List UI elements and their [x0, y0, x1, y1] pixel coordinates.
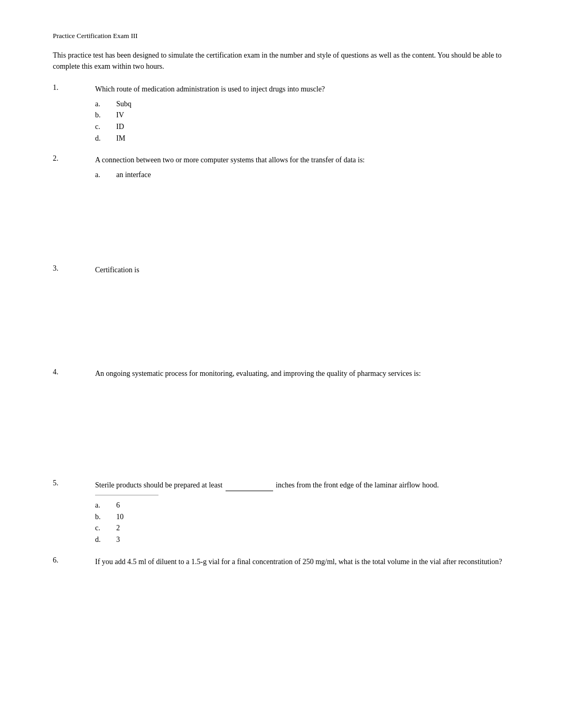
list-item: c. 2 [95, 522, 508, 534]
question-2-number: 2. [53, 154, 95, 180]
answer-letter: a. [95, 98, 116, 110]
question-2-block: 2. A connection between two or more comp… [53, 154, 508, 260]
list-item: a. 6 [95, 500, 508, 511]
answer-text: ID [116, 121, 508, 133]
question-5-content: Sterile products should be prepared at l… [95, 479, 508, 545]
list-item: d. IM [95, 133, 508, 144]
answer-letter: d. [95, 133, 116, 144]
list-item: b. IV [95, 109, 508, 121]
question-4-text: An ongoing systematic process for monito… [95, 368, 508, 380]
answer-text: Subq [116, 98, 508, 110]
page-title: Practice Certification Exam III [53, 32, 508, 40]
question-3-text: Certification is [95, 264, 508, 276]
list-item: a. an interface [95, 169, 508, 181]
answer-letter: d. [95, 534, 116, 546]
answer-letter: a. [95, 500, 116, 511]
question-2-text: A connection between two or more compute… [95, 154, 508, 166]
question-5-block: 5. Sterile products should be prepared a… [53, 479, 508, 545]
answer-text: 3 [116, 534, 508, 546]
answer-text: an interface [116, 169, 508, 181]
question-4-content: An ongoing systematic process for monito… [95, 368, 508, 383]
question-3-content: Certification is [95, 264, 508, 279]
question-6-text: If you add 4.5 ml of diluent to a 1.5-g … [95, 556, 508, 568]
question-5-answers: a. 6 b. 10 c. 2 d. 3 [95, 500, 508, 546]
question-4-number: 4. [53, 368, 95, 383]
question-5-blank [226, 479, 273, 491]
page: Practice Certification Exam III This pra… [0, 0, 561, 728]
question-6-block: 6. If you add 4.5 ml of diluent to a 1.5… [53, 556, 508, 571]
table-row: 4. An ongoing systematic process for mon… [53, 368, 508, 383]
question-2-answers: a. an interface [95, 169, 508, 181]
answer-text: IM [116, 133, 508, 144]
list-item: c. ID [95, 121, 508, 133]
list-item: d. 3 [95, 534, 508, 546]
question-5-number: 5. [53, 479, 95, 545]
question-6-content: If you add 4.5 ml of diluent to a 1.5-g … [95, 556, 508, 571]
intro-text: This practice test has been designed to … [53, 50, 508, 72]
question-1-answers: a. Subq b. IV c. ID d. I [95, 98, 508, 144]
question-1-block: 1. Which route of medication administrat… [53, 84, 508, 144]
question-1-number: 1. [53, 84, 95, 144]
question-3-block: 3. Certification is [53, 264, 508, 364]
question-4-block: 4. An ongoing systematic process for mon… [53, 368, 508, 475]
answer-text: IV [116, 109, 508, 121]
q5-underline [95, 494, 158, 495]
spacer-4 [53, 382, 508, 475]
question-1-text: Which route of medication administration… [95, 84, 508, 95]
questions-list: 1. Which route of medication administrat… [53, 84, 508, 570]
question-5-text: Sterile products should be prepared at l… [95, 479, 508, 491]
list-item: a. Subq [95, 98, 508, 110]
question-2-content: A connection between two or more compute… [95, 154, 508, 180]
question-6-number: 6. [53, 556, 95, 571]
question-5-text-after: inches from the front edge of the lamina… [276, 481, 439, 489]
spacer-2 [53, 181, 508, 260]
spacer-3 [53, 279, 508, 364]
table-row: 1. Which route of medication administrat… [53, 84, 508, 144]
list-item: b. 10 [95, 511, 508, 523]
question-3-number: 3. [53, 264, 95, 279]
answer-letter: c. [95, 522, 116, 534]
question-1-content: Which route of medication administration… [95, 84, 508, 144]
answer-letter: b. [95, 109, 116, 121]
answer-letter: b. [95, 511, 116, 523]
answer-text: 2 [116, 522, 508, 534]
table-row: 3. Certification is [53, 264, 508, 279]
answer-letter: c. [95, 121, 116, 133]
answer-text: 10 [116, 511, 508, 523]
table-row: 5. Sterile products should be prepared a… [53, 479, 508, 545]
answer-text: 6 [116, 500, 508, 511]
question-5-text-before: Sterile products should be prepared at l… [95, 481, 222, 489]
answer-letter: a. [95, 169, 116, 181]
table-row: 2. A connection between two or more comp… [53, 154, 508, 180]
table-row: 6. If you add 4.5 ml of diluent to a 1.5… [53, 556, 508, 571]
